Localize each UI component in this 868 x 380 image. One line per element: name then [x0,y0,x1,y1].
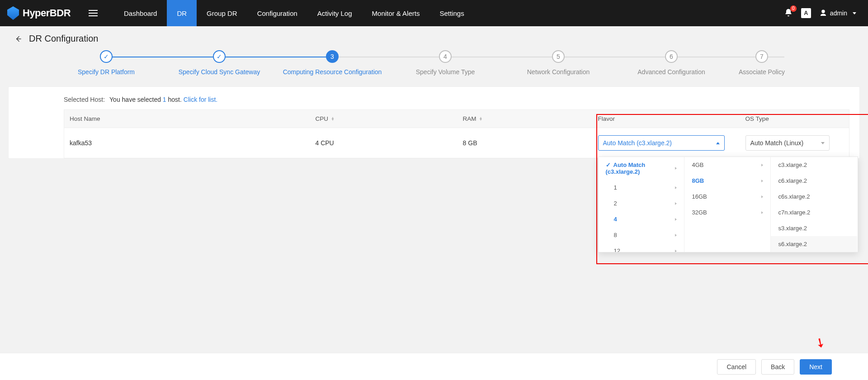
header-left: HyperBDR DashboardDRGroup DRConfiguratio… [7,0,474,26]
language-switch[interactable]: A [801,8,811,18]
menu-toggle-icon[interactable] [89,10,98,16]
cancel-button[interactable]: Cancel [717,359,756,375]
cell-host: kafka53 [70,139,315,147]
step-4[interactable]: 4Specify Volume Type [389,50,502,76]
main-card: Selected Host: You have selected 1 host.… [8,86,860,159]
step-label: Specify Volume Type [389,68,502,76]
back-button[interactable]: Back [761,359,794,375]
brand-logo[interactable]: HyperBDR [7,6,71,20]
main-nav: DashboardDRGroup DRConfigurationActivity… [114,0,474,26]
chevron-down-icon [821,142,825,144]
dropdown-item[interactable]: 8GB [684,173,770,189]
selected-host-text: You have selected 1 host. Click for list… [109,96,217,103]
dropdown-item[interactable]: 32GB [684,204,770,220]
chevron-right-icon [675,167,677,170]
dropdown-col-flavor: c3.xlarge.2c6.xlarge.2c6s.xlarge.2c7n.xl… [771,157,857,252]
chevron-right-icon [761,195,763,198]
cell-cpu: 4 CPU [315,139,462,147]
col-host: Host Name [70,115,315,122]
user-menu[interactable]: admin [819,9,856,17]
chevron-right-icon [675,218,677,221]
nav-item-dashboard[interactable]: Dashboard [114,0,167,26]
step-connector [219,57,332,57]
dropdown-col-ram: 4GB8GB16GB32GB [684,157,771,252]
brand-name: HyperBDR [23,7,71,19]
wizard-footer: Cancel Back Next [0,353,868,380]
nav-item-settings[interactable]: Settings [429,0,474,26]
step-circle [100,50,113,63]
dropdown-item[interactable]: s6.xlarge.2 [771,236,857,252]
dropdown-item[interactable]: 4GB [684,157,770,173]
step-circle [213,50,226,63]
page-head: DR Configuration [0,26,868,48]
step-connector [106,57,219,57]
header-right: 0 A admin [784,8,861,19]
col-ram[interactable]: RAM▲▼ [463,115,598,122]
dropdown-item[interactable]: 8 [599,227,684,243]
flavor-dropdown: ✓Auto Match (c3.xlarge.2)124812 4GB8GB16… [598,157,858,252]
wizard-stepper: Specify DR PlatformSpecify Cloud Sync Ga… [0,50,868,86]
notification-badge: 0 [790,5,797,12]
main-header: HyperBDR DashboardDRGroup DRConfiguratio… [0,0,868,26]
user-name: admin [830,10,847,17]
next-button[interactable]: Next [800,359,832,375]
step-6[interactable]: 6Advanced Configuration [615,50,728,76]
chevron-right-icon [675,186,677,189]
step-circle: 4 [439,50,452,63]
flavor-select[interactable]: Auto Match (c3.xlarge.2) [598,135,725,151]
col-cpu[interactable]: CPU▲▼ [315,115,462,122]
cell-os: Auto Match (Linux) [745,135,844,151]
step-7[interactable]: 7Associate Policy [728,50,796,76]
step-label: Advanced Configuration [615,68,728,76]
dropdown-item[interactable]: s3.xlarge.2 [771,220,857,236]
notifications-button[interactable]: 0 [784,8,793,19]
dropdown-item[interactable]: 4 [599,211,684,227]
step-5[interactable]: 5Network Configuration [502,50,615,76]
step-label: Specify Cloud Sync Gateway [163,68,276,76]
chevron-right-icon [761,164,763,166]
step-label: Computing Resource Configuration [276,68,389,76]
step-label: Associate Policy [728,68,796,76]
arrow-hint-icon: ➘ [812,333,829,352]
nav-item-activity-log[interactable]: Activity Log [307,0,362,26]
chevron-right-icon [675,250,677,252]
step-label: Network Configuration [502,68,615,76]
nav-item-dr[interactable]: DR [167,0,197,26]
dropdown-item[interactable]: c6.xlarge.2 [771,173,857,189]
back-arrow-icon[interactable] [14,34,23,43]
dropdown-item[interactable]: 16GB [684,189,770,204]
dropdown-col-cpu: ✓Auto Match (c3.xlarge.2)124812 [599,157,685,252]
nav-item-configuration[interactable]: Configuration [247,0,307,26]
dropdown-item[interactable]: c3.xlarge.2 [771,157,857,173]
selected-host-label: Selected Host: [64,96,105,103]
dropdown-item[interactable]: 1 [599,180,684,195]
step-3[interactable]: 3Computing Resource Configuration [276,50,389,76]
dropdown-item-auto-match[interactable]: ✓Auto Match (c3.xlarge.2) [599,157,684,180]
step-circle: 7 [755,50,768,63]
click-for-list-link[interactable]: Click for list. [184,96,217,103]
os-type-select[interactable]: Auto Match (Linux) [745,135,830,151]
sort-icon: ▲▼ [331,117,335,121]
col-flavor: Flavor [598,115,745,122]
step-connector [558,57,671,57]
table-row: kafka53 4 CPU 8 GB Auto Match (c3.xlarge… [64,128,849,158]
nav-item-monitor-alerts[interactable]: Monitor & Alerts [362,0,430,26]
step-circle: 6 [665,50,678,63]
chevron-right-icon [675,234,677,237]
step-1[interactable]: Specify DR Platform [50,50,163,76]
dropdown-item[interactable]: 12 [599,243,684,252]
sort-icon: ▲▼ [479,117,483,121]
step-2[interactable]: Specify Cloud Sync Gateway [163,50,276,76]
col-os: OS Type [745,115,844,122]
dropdown-item[interactable]: 2 [599,195,684,211]
step-connector [445,57,558,57]
dropdown-item[interactable]: c6s.xlarge.2 [771,189,857,204]
hosts-table: Host Name CPU▲▼ RAM▲▼ Flavor OS Type kaf… [64,109,849,158]
user-icon [819,9,827,17]
step-label: Specify DR Platform [50,68,163,76]
dropdown-item[interactable]: c7n.xlarge.2 [771,204,857,220]
step-connector [332,57,445,57]
nav-item-group-dr[interactable]: Group DR [197,0,247,26]
chevron-right-icon [761,211,763,214]
cell-ram: 8 GB [463,139,598,147]
